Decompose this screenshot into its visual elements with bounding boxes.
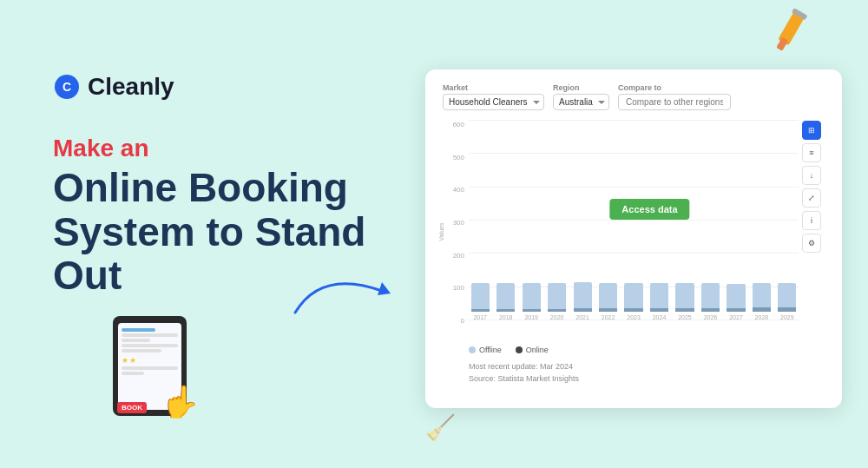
market-control: Market Household Cleaners [443,83,544,110]
headline-prefix: Make an [53,135,383,162]
bar-group: 2021 [571,121,594,320]
bar-stack [469,283,491,312]
bar-online [650,308,668,312]
bar-stack [622,283,645,312]
legend-dot-offline [469,346,476,353]
region-label: Region [553,83,609,92]
bar-stack [571,282,594,312]
bar-online [753,307,771,312]
hand-pointer-icon: 👆 [161,384,200,420]
bar-online [778,307,796,312]
market-select[interactable]: Household Cleaners [443,94,544,110]
toolbar-settings-btn[interactable]: ⚙ [802,234,821,253]
tablet-illustration: ★ ★ BOOK 👆 [113,312,195,420]
svg-text:C: C [62,80,71,94]
bar-group: 2017 [469,121,491,320]
screen-line-3 [122,339,150,342]
toolbar-info-btn[interactable]: i [802,211,821,230]
bar-x-label: 2019 [524,314,538,320]
bar-x-label: 2028 [755,314,769,320]
bar-online [496,309,515,312]
bar-x-label: 2021 [575,314,589,320]
legend-offline: Offline [469,346,502,354]
logo-icon: C [53,73,81,101]
bar-x-label: 2025 [678,314,692,320]
chart-footer: Most recent update: Mar 2024 Source: Sta… [469,361,825,385]
bar-offline [727,284,745,308]
bar-offline [624,283,642,308]
chart-toolbar: ⊞ ≡ ↓ ⤢ i ⚙ [802,121,825,253]
legend-online-label: Online [526,346,549,354]
bar-x-label: 2024 [653,314,667,320]
y-label-400: 400 [453,186,467,194]
bar-x-label: 2022 [602,314,615,320]
bar-stack [674,283,696,312]
bar-group: 2027 [725,121,747,320]
bar-x-label: 2023 [627,314,641,320]
bar-offline [548,283,566,309]
toolbar-list-btn[interactable]: ≡ [802,143,821,162]
bar-group: 2025 [674,121,696,320]
toolbar-download-btn[interactable]: ↓ [802,166,821,185]
bar-group: 2018 [494,121,516,320]
brush-icon [764,9,820,65]
bar-group: 2028 [750,121,773,320]
legend-online: Online [516,346,549,354]
bar-group: 2024 [648,121,670,320]
star-1: ★ [122,356,128,365]
star-2: ★ [129,356,136,365]
bar-stack [699,283,721,312]
chart-footer-line1: Most recent update: Mar 2024 [469,361,825,373]
bar-x-label: 2026 [704,314,718,320]
y-label-200: 200 [453,252,467,260]
region-select[interactable]: Australia [553,94,609,110]
chart-legend: Offline Online [469,346,825,354]
bar-group: 2020 [545,121,568,320]
bars-area: 2017201820192020202120222023202420252026… [469,121,799,320]
bar-offline [496,283,515,309]
toolbar-expand-btn[interactable]: ⤢ [802,188,821,208]
legend-offline-label: Offline [479,346,502,354]
bar-stack [648,283,670,312]
bar-stack [520,283,542,312]
bar-stack [545,283,568,312]
bar-online [701,308,720,312]
bar-x-label: 2027 [729,314,743,320]
bar-online [471,309,490,312]
compare-input[interactable] [618,94,731,110]
bar-online [548,309,566,312]
cleaner-icon: 🧹 [425,413,456,442]
bar-x-label: 2029 [780,314,794,320]
compare-control: Compare to [618,83,731,110]
bar-group: 2022 [596,121,619,320]
y-axis: 0 100 200 300 400 500 600 Values [443,121,467,342]
bar-online [574,308,592,312]
region-control: Region Australia [553,83,609,110]
bar-offline [523,283,541,309]
bar-group: 2023 [622,121,645,320]
y-axis-title: Values [438,222,444,241]
screen-line-7 [122,372,144,375]
y-label-600: 600 [453,121,467,129]
y-label-100: 100 [453,284,467,292]
logo-text: Cleanly [88,73,174,101]
logo: C Cleanly [53,73,174,101]
bar-offline [574,282,592,308]
bar-offline [650,283,668,308]
access-data-button[interactable]: Access data [609,199,689,220]
y-label-500: 500 [453,154,467,161]
screen-line-5 [122,349,161,353]
screen-line-2 [122,333,178,337]
bar-online [727,308,745,312]
toolbar-grid-btn[interactable]: ⊞ [802,121,821,140]
bar-stack [776,283,799,312]
bar-x-label: 2018 [499,314,513,320]
stars-row: ★ ★ [122,356,178,365]
chart-wrapper: 0 100 200 300 400 500 600 Values 2017201… [443,121,825,342]
bar-online [624,308,642,312]
bar-group: 2019 [520,121,542,320]
bar-offline [701,283,720,308]
bar-stack [494,283,516,312]
bar-stack [596,283,619,312]
bar-group: 2026 [699,121,721,320]
